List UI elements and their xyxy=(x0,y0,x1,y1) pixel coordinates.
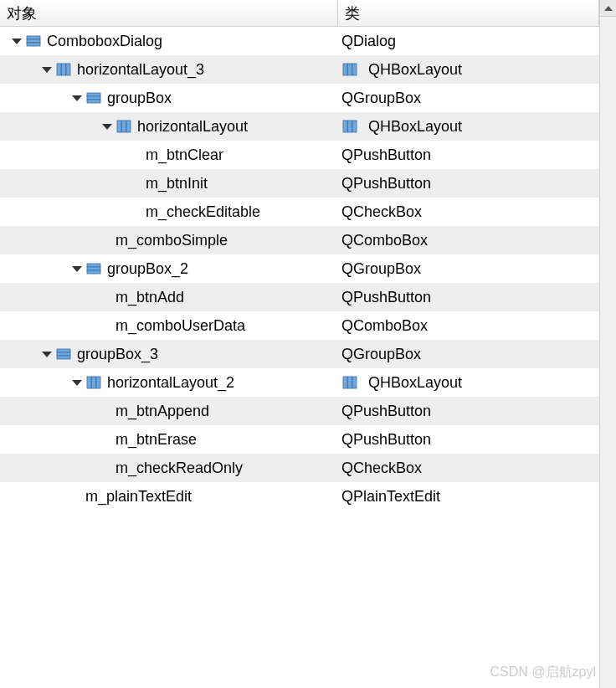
class-cell: QCheckBox xyxy=(338,198,599,226)
hbox-layout-icon xyxy=(116,118,132,135)
svg-rect-1 xyxy=(27,39,40,43)
object-name-label: m_btnInit xyxy=(146,175,208,193)
object-cell[interactable]: m_plainTextEdit xyxy=(0,482,338,511)
expand-arrow-icon[interactable] xyxy=(38,352,55,357)
object-cell[interactable]: horizontalLayout_3 xyxy=(0,55,338,84)
object-cell[interactable]: groupBox_2 xyxy=(0,254,338,283)
tree-row[interactable]: m_checkEditableQCheckBox xyxy=(0,198,599,226)
class-cell: QPushButton xyxy=(338,169,599,198)
tree-row[interactable]: m_btnEraseQPushButton xyxy=(0,425,599,454)
class-cell: QPushButton xyxy=(338,397,599,425)
svg-rect-24 xyxy=(87,377,91,388)
tree-body: ComboboxDialogQDialoghorizontalLayout_3Q… xyxy=(0,27,599,511)
object-cell[interactable]: m_btnAppend xyxy=(0,397,338,425)
class-name-label: QPlainTextEdit xyxy=(341,488,440,506)
svg-rect-16 xyxy=(348,121,352,132)
object-cell[interactable]: ComboboxDialog xyxy=(0,27,338,55)
container-icon xyxy=(85,260,102,277)
hbox-layout-icon xyxy=(341,61,358,78)
object-name-label: horizontalLayout_2 xyxy=(107,374,234,392)
object-name-label: m_plainTextEdit xyxy=(85,488,192,506)
svg-rect-0 xyxy=(27,36,40,39)
class-cell: QPushButton xyxy=(338,425,599,454)
hbox-layout-icon xyxy=(85,374,102,391)
vertical-scrollbar[interactable] xyxy=(599,0,616,688)
object-name-label: groupBox_2 xyxy=(107,260,188,278)
expand-arrow-icon[interactable] xyxy=(38,67,55,73)
header-object[interactable]: 对象 xyxy=(0,0,338,26)
object-cell[interactable]: m_comboUserData xyxy=(0,311,338,340)
class-name-label: QPushButton xyxy=(341,175,431,193)
class-cell: QGroupBox xyxy=(338,254,599,283)
class-cell: QPushButton xyxy=(338,283,599,311)
class-name-label: QDialog xyxy=(341,33,396,50)
hbox-layout-icon xyxy=(341,118,358,135)
object-cell[interactable]: horizontalLayout_2 xyxy=(0,368,338,397)
svg-rect-2 xyxy=(27,43,40,46)
class-cell: QComboBox xyxy=(338,311,599,340)
svg-rect-15 xyxy=(343,121,347,132)
expand-arrow-icon[interactable] xyxy=(69,380,85,386)
class-cell: QCheckBox xyxy=(338,454,599,482)
expand-arrow-icon[interactable] xyxy=(69,95,85,101)
svg-rect-6 xyxy=(343,64,347,75)
class-cell: QDialog xyxy=(338,27,599,55)
container-icon xyxy=(85,90,102,106)
class-name-label: QComboBox xyxy=(341,317,428,335)
tree-row[interactable]: ComboboxDialogQDialog xyxy=(0,27,599,55)
expand-arrow-icon[interactable] xyxy=(99,124,116,130)
tree-row[interactable]: m_btnAddQPushButton xyxy=(0,283,599,311)
object-cell[interactable]: groupBox_3 xyxy=(0,340,338,368)
class-cell: QPlainTextEdit xyxy=(338,482,599,511)
svg-rect-17 xyxy=(352,121,357,132)
object-name-label: m_btnAdd xyxy=(116,289,184,306)
tree-row[interactable]: groupBox_2QGroupBox xyxy=(0,254,599,283)
tree-row[interactable]: groupBoxQGroupBox xyxy=(0,84,599,112)
object-cell[interactable]: m_btnClear xyxy=(0,141,338,169)
svg-rect-10 xyxy=(87,96,100,100)
object-cell[interactable]: horizontalLayout xyxy=(0,112,338,141)
tree-row[interactable]: m_btnAppendQPushButton xyxy=(0,397,599,425)
object-cell[interactable]: m_checkEditable xyxy=(0,198,338,226)
table-header: 对象 类 xyxy=(0,0,599,27)
object-cell[interactable]: m_btnErase xyxy=(0,425,338,454)
object-name-label: m_btnAppend xyxy=(116,403,209,420)
object-cell[interactable]: m_comboSimple xyxy=(0,226,338,254)
tree-row[interactable]: m_checkReadOnlyQCheckBox xyxy=(0,454,599,482)
object-cell[interactable]: groupBox xyxy=(0,84,338,112)
container-icon xyxy=(55,346,72,362)
tree-row[interactable]: horizontalLayout_2QHBoxLayout xyxy=(0,368,599,397)
class-cell: QHBoxLayout xyxy=(338,368,599,397)
object-name-label: m_checkEditable xyxy=(146,203,260,221)
object-name-label: groupBox_3 xyxy=(77,346,158,363)
svg-rect-20 xyxy=(87,270,100,274)
tree-row[interactable]: m_btnClearQPushButton xyxy=(0,141,599,169)
svg-rect-3 xyxy=(57,64,61,75)
class-cell: QHBoxLayout xyxy=(338,55,599,84)
svg-rect-9 xyxy=(87,93,100,96)
object-cell[interactable]: m_btnAdd xyxy=(0,283,338,311)
svg-rect-25 xyxy=(92,377,96,388)
watermark-text: CSDN @启航zpyl xyxy=(490,664,596,681)
tree-row[interactable]: horizontalLayoutQHBoxLayout xyxy=(0,112,599,141)
object-name-label: m_comboSimple xyxy=(116,232,228,249)
tree-row[interactable]: m_plainTextEditQPlainTextEdit xyxy=(0,482,599,511)
header-class[interactable]: 类 xyxy=(338,0,599,26)
tree-row[interactable]: groupBox_3QGroupBox xyxy=(0,340,599,368)
tree-row[interactable]: m_comboSimpleQComboBox xyxy=(0,226,599,254)
scroll-up-button[interactable] xyxy=(600,0,616,17)
tree-row[interactable]: horizontalLayout_3QHBoxLayout xyxy=(0,55,599,84)
expand-arrow-icon[interactable] xyxy=(8,39,25,44)
object-name-label: ComboboxDialog xyxy=(47,33,162,50)
class-cell: QHBoxLayout xyxy=(338,112,599,141)
object-cell[interactable]: m_btnInit xyxy=(0,169,338,198)
class-name-label: QCheckBox xyxy=(341,460,422,477)
class-cell: QGroupBox xyxy=(338,84,599,112)
object-cell[interactable]: m_checkReadOnly xyxy=(0,454,338,482)
tree-row[interactable]: m_btnInitQPushButton xyxy=(0,169,599,198)
expand-arrow-icon[interactable] xyxy=(69,266,85,272)
tree-row[interactable]: m_comboUserDataQComboBox xyxy=(0,311,599,340)
class-name-label: QPushButton xyxy=(341,431,431,449)
svg-rect-21 xyxy=(57,349,70,352)
object-tree-panel: 对象 类 ComboboxDialogQDialoghorizontalLayo… xyxy=(0,0,599,688)
